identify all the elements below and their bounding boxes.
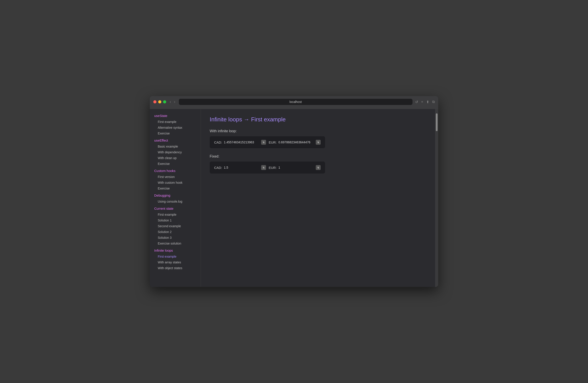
- sidebar-item-first-example-5-0[interactable]: First example: [150, 254, 201, 259]
- sidebar-category-infinite-loops[interactable]: Infinite loops: [150, 247, 201, 254]
- cad-input-fixed[interactable]: [224, 166, 258, 169]
- sidebar-section-5: Infinite loopsFirst exampleWith array st…: [150, 247, 201, 271]
- browser-actions: ↺ + ⬆ ⧉: [415, 100, 435, 104]
- fixed-widget: CAD: ⇅ EUR: ⇅: [210, 162, 325, 173]
- browser-window: ‹ › localhost ↺ + ⬆ ⧉ useStateFirst exam…: [150, 96, 438, 287]
- section1-label: With infinite loop:: [210, 129, 426, 133]
- scrollbar[interactable]: [435, 109, 438, 287]
- sidebar-category-usestate[interactable]: useState: [150, 112, 201, 119]
- sidebar-item-with-object-states-5-2[interactable]: With object states: [150, 265, 201, 271]
- sidebar-item-with-clean-up-1-2[interactable]: With clean up: [150, 155, 201, 161]
- cad-input-infinite[interactable]: [224, 140, 258, 144]
- browser-chrome: ‹ › localhost ↺ + ⬆ ⧉: [150, 96, 438, 109]
- infinite-loop-widget: CAD: ⇅ EUR: ⇅: [210, 136, 325, 148]
- sidebar-section-4: Current stateFirst exampleSolution 1Seco…: [150, 205, 201, 246]
- eur-field-fixed: EUR:: [269, 166, 313, 170]
- back-button[interactable]: ‹: [169, 99, 172, 104]
- cad-spinner-infinite[interactable]: ⇅: [261, 140, 266, 145]
- maximize-button[interactable]: [163, 100, 166, 103]
- tab-bar: [153, 107, 435, 109]
- sidebar-item-with-custom-hook-2-1[interactable]: With custom hook: [150, 180, 201, 186]
- url-display: localhost: [290, 100, 302, 104]
- sidebar-category-debugging[interactable]: Debugging: [150, 192, 201, 199]
- eur-label-fixed: EUR:: [269, 166, 277, 170]
- sidebar-section-1: useEffectBasic exampleWith dependencyWit…: [150, 137, 201, 167]
- eur-label-infinite: EUR:: [269, 140, 277, 144]
- section2-label: Fixed:: [210, 154, 426, 158]
- traffic-lights: [153, 100, 166, 103]
- browser-content: useStateFirst exampleAlternative syntaxE…: [150, 109, 438, 287]
- address-bar[interactable]: localhost: [179, 99, 413, 105]
- eur-input-infinite[interactable]: [278, 140, 313, 144]
- reload-icon[interactable]: ↺: [415, 100, 418, 104]
- sidebar-category-custom-hooks[interactable]: Custom hooks: [150, 168, 201, 174]
- sidebar-item-basic-example-1-0[interactable]: Basic example: [150, 144, 201, 149]
- cad-field-fixed: CAD:: [214, 166, 258, 170]
- cad-label-infinite: CAD:: [214, 140, 222, 144]
- cad-field-infinite: CAD:: [214, 140, 258, 144]
- eur-spinner-fixed[interactable]: ⇅: [316, 165, 321, 170]
- cad-spinner-fixed[interactable]: ⇅: [261, 165, 266, 170]
- sidebar-item-second-example-4-2[interactable]: Second example: [150, 223, 201, 229]
- sidebar-item-using-console.log-3-0[interactable]: Using console.log: [150, 199, 201, 204]
- minimize-button[interactable]: [158, 100, 161, 103]
- sidebar-category-useeffect[interactable]: useEffect: [150, 137, 201, 144]
- sidebar-item-first-example-4-0[interactable]: First example: [150, 212, 201, 217]
- eur-input-fixed[interactable]: [278, 166, 313, 169]
- sidebar-section-2: Custom hooksFirst versionWith custom hoo…: [150, 168, 201, 191]
- sidebar-item-first-version-2-0[interactable]: First version: [150, 174, 201, 180]
- tabs-icon[interactable]: ⧉: [432, 100, 435, 104]
- cad-label-fixed: CAD:: [214, 166, 222, 170]
- eur-spinner-infinite[interactable]: ⇅: [316, 140, 321, 145]
- sidebar-item-exercise-2-2[interactable]: Exercise: [150, 186, 201, 191]
- sidebar-item-alternative-syntax-0-1[interactable]: Alternative syntax: [150, 125, 201, 130]
- sidebar-item-exercise-solution-4-5[interactable]: Exercise solution: [150, 240, 201, 246]
- scrollbar-thumb[interactable]: [436, 113, 438, 131]
- sidebar-item-first-example-0-0[interactable]: First example: [150, 119, 201, 125]
- forward-button[interactable]: ›: [173, 99, 176, 104]
- main-content: Infinite loops → First example With infi…: [201, 109, 435, 287]
- sidebar-item-solution-3-4-4[interactable]: Solution 3: [150, 235, 201, 240]
- sidebar-section-3: DebuggingUsing console.log: [150, 192, 201, 204]
- sidebar-item-exercise-0-2[interactable]: Exercise: [150, 130, 201, 136]
- sidebar-item-exercise-1-3[interactable]: Exercise: [150, 161, 201, 167]
- add-tab-icon[interactable]: +: [421, 100, 423, 104]
- sidebar-category-current-state[interactable]: Current state: [150, 205, 201, 212]
- sidebar-item-solution-1-4-1[interactable]: Solution 1: [150, 217, 201, 223]
- eur-field-infinite: EUR:: [269, 140, 313, 144]
- sidebar: useStateFirst exampleAlternative syntaxE…: [150, 109, 201, 287]
- sidebar-item-with-dependency-1-1[interactable]: With dependency: [150, 149, 201, 155]
- share-icon[interactable]: ⬆: [426, 100, 429, 104]
- page-title: Infinite loops → First example: [210, 116, 426, 123]
- nav-buttons: ‹ ›: [169, 99, 176, 104]
- sidebar-section-0: useStateFirst exampleAlternative syntaxE…: [150, 112, 201, 136]
- close-button[interactable]: [153, 100, 156, 103]
- sidebar-item-with-array-states-5-1[interactable]: With array states: [150, 259, 201, 265]
- sidebar-item-solution-2-4-3[interactable]: Solution 2: [150, 229, 201, 235]
